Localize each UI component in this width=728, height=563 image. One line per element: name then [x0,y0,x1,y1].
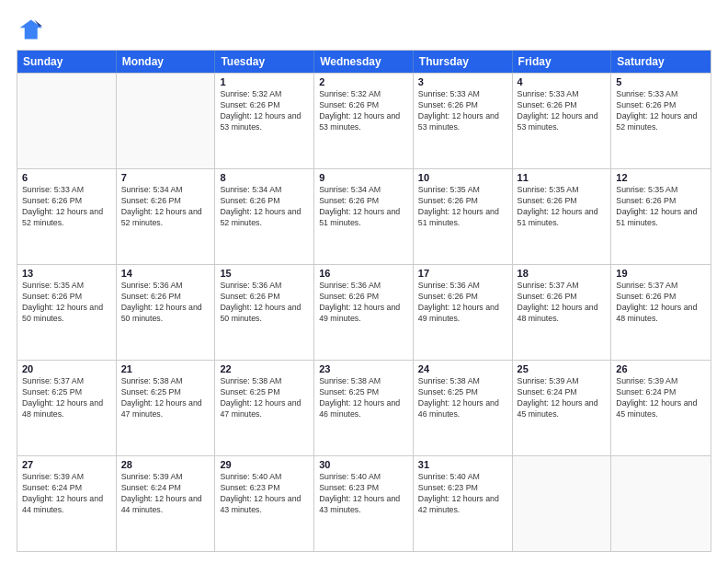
day-cell-4: 4 Sunrise: 5:33 AMSunset: 6:26 PMDayligh… [513,74,612,168]
day-number: 2 [319,76,408,87]
day-info: Sunrise: 5:35 AMSunset: 6:26 PMDaylight:… [616,185,706,229]
day-info: Sunrise: 5:33 AMSunset: 6:26 PMDaylight:… [518,89,607,133]
logo [17,17,46,42]
day-number: 3 [418,76,507,87]
empty-cell [513,456,612,551]
day-info: Sunrise: 5:40 AMSunset: 6:23 PMDaylight:… [418,472,507,516]
calendar: SundayMondayTuesdayWednesdayThursdayFrid… [17,50,711,552]
day-info: Sunrise: 5:32 AMSunset: 6:26 PMDaylight:… [220,89,309,133]
day-info: Sunrise: 5:36 AMSunset: 6:26 PMDaylight:… [319,281,408,325]
header-day-saturday: Saturday [611,51,711,73]
day-info: Sunrise: 5:35 AMSunset: 6:26 PMDaylight:… [518,185,607,229]
day-cell-18: 18 Sunrise: 5:37 AMSunset: 6:26 PMDaylig… [513,265,612,360]
empty-cell [117,74,216,168]
day-number: 24 [418,363,507,374]
day-cell-24: 24 Sunrise: 5:38 AMSunset: 6:25 PMDaylig… [414,361,513,455]
day-number: 22 [220,363,309,374]
day-info: Sunrise: 5:40 AMSunset: 6:23 PMDaylight:… [220,472,309,516]
day-info: Sunrise: 5:38 AMSunset: 6:25 PMDaylight:… [319,376,408,420]
day-cell-16: 16 Sunrise: 5:36 AMSunset: 6:26 PMDaylig… [314,265,414,360]
day-info: Sunrise: 5:35 AMSunset: 6:26 PMDaylight:… [418,185,507,229]
day-info: Sunrise: 5:37 AMSunset: 6:25 PMDaylight:… [22,376,111,420]
day-number: 19 [616,268,706,279]
day-number: 31 [418,459,507,470]
header-day-friday: Friday [513,51,612,73]
day-info: Sunrise: 5:33 AMSunset: 6:26 PMDaylight:… [22,185,111,229]
day-cell-14: 14 Sunrise: 5:36 AMSunset: 6:26 PMDaylig… [117,265,216,360]
day-number: 25 [518,363,607,374]
day-cell-13: 13 Sunrise: 5:35 AMSunset: 6:26 PMDaylig… [17,265,117,360]
day-info: Sunrise: 5:33 AMSunset: 6:26 PMDaylight:… [418,89,507,133]
calendar-header: SundayMondayTuesdayWednesdayThursdayFrid… [17,51,711,73]
day-info: Sunrise: 5:39 AMSunset: 6:24 PMDaylight:… [22,472,111,516]
day-cell-5: 5 Sunrise: 5:33 AMSunset: 6:26 PMDayligh… [611,74,711,168]
svg-marker-0 [20,20,43,40]
day-number: 20 [22,363,111,374]
day-cell-2: 2 Sunrise: 5:32 AMSunset: 6:26 PMDayligh… [314,74,414,168]
day-info: Sunrise: 5:39 AMSunset: 6:24 PMDaylight:… [616,376,706,420]
day-cell-19: 19 Sunrise: 5:37 AMSunset: 6:26 PMDaylig… [611,265,711,360]
day-number: 10 [418,172,507,183]
day-number: 6 [22,172,111,183]
day-cell-29: 29 Sunrise: 5:40 AMSunset: 6:23 PMDaylig… [215,456,314,551]
day-cell-23: 23 Sunrise: 5:38 AMSunset: 6:25 PMDaylig… [314,361,414,455]
calendar-row-2: 6 Sunrise: 5:33 AMSunset: 6:26 PMDayligh… [17,168,711,264]
page: SundayMondayTuesdayWednesdayThursdayFrid… [0,0,728,563]
day-info: Sunrise: 5:37 AMSunset: 6:26 PMDaylight:… [616,281,706,325]
day-info: Sunrise: 5:33 AMSunset: 6:26 PMDaylight:… [616,89,706,133]
day-info: Sunrise: 5:36 AMSunset: 6:26 PMDaylight:… [121,281,210,325]
day-info: Sunrise: 5:39 AMSunset: 6:24 PMDaylight:… [518,376,607,420]
day-number: 18 [518,268,607,279]
header-day-thursday: Thursday [414,51,513,73]
day-info: Sunrise: 5:34 AMSunset: 6:26 PMDaylight:… [319,185,408,229]
day-cell-21: 21 Sunrise: 5:38 AMSunset: 6:25 PMDaylig… [117,361,216,455]
day-cell-31: 31 Sunrise: 5:40 AMSunset: 6:23 PMDaylig… [414,456,513,551]
header-day-monday: Monday [117,51,216,73]
header-day-tuesday: Tuesday [215,51,314,73]
day-cell-27: 27 Sunrise: 5:39 AMSunset: 6:24 PMDaylig… [17,456,117,551]
day-info: Sunrise: 5:39 AMSunset: 6:24 PMDaylight:… [121,472,210,516]
day-cell-25: 25 Sunrise: 5:39 AMSunset: 6:24 PMDaylig… [513,361,612,455]
day-number: 5 [616,76,706,87]
logo-icon [17,17,42,42]
day-cell-12: 12 Sunrise: 5:35 AMSunset: 6:26 PMDaylig… [611,169,711,264]
day-number: 26 [616,363,706,374]
calendar-row-5: 27 Sunrise: 5:39 AMSunset: 6:24 PMDaylig… [17,455,711,551]
day-cell-9: 9 Sunrise: 5:34 AMSunset: 6:26 PMDayligh… [314,169,414,264]
day-info: Sunrise: 5:36 AMSunset: 6:26 PMDaylight:… [418,281,507,325]
day-cell-10: 10 Sunrise: 5:35 AMSunset: 6:26 PMDaylig… [414,169,513,264]
day-number: 15 [220,268,309,279]
day-info: Sunrise: 5:38 AMSunset: 6:25 PMDaylight:… [418,376,507,420]
day-cell-3: 3 Sunrise: 5:33 AMSunset: 6:26 PMDayligh… [414,74,513,168]
day-number: 23 [319,363,408,374]
day-number: 14 [121,268,210,279]
day-cell-20: 20 Sunrise: 5:37 AMSunset: 6:25 PMDaylig… [17,361,117,455]
day-cell-22: 22 Sunrise: 5:38 AMSunset: 6:25 PMDaylig… [215,361,314,455]
day-info: Sunrise: 5:34 AMSunset: 6:26 PMDaylight:… [220,185,309,229]
empty-cell [17,74,117,168]
day-cell-7: 7 Sunrise: 5:34 AMSunset: 6:26 PMDayligh… [117,169,216,264]
day-info: Sunrise: 5:37 AMSunset: 6:26 PMDaylight:… [518,281,607,325]
day-info: Sunrise: 5:32 AMSunset: 6:26 PMDaylight:… [319,89,408,133]
day-cell-17: 17 Sunrise: 5:36 AMSunset: 6:26 PMDaylig… [414,265,513,360]
day-number: 7 [121,172,210,183]
day-info: Sunrise: 5:35 AMSunset: 6:26 PMDaylight:… [22,281,111,325]
day-number: 11 [518,172,607,183]
day-info: Sunrise: 5:40 AMSunset: 6:23 PMDaylight:… [319,472,408,516]
day-number: 9 [319,172,408,183]
day-cell-15: 15 Sunrise: 5:36 AMSunset: 6:26 PMDaylig… [215,265,314,360]
day-number: 4 [518,76,607,87]
day-info: Sunrise: 5:34 AMSunset: 6:26 PMDaylight:… [121,185,210,229]
day-info: Sunrise: 5:38 AMSunset: 6:25 PMDaylight:… [220,376,309,420]
day-cell-26: 26 Sunrise: 5:39 AMSunset: 6:24 PMDaylig… [611,361,711,455]
day-cell-8: 8 Sunrise: 5:34 AMSunset: 6:26 PMDayligh… [215,169,314,264]
calendar-body: 1 Sunrise: 5:32 AMSunset: 6:26 PMDayligh… [17,73,711,551]
day-cell-11: 11 Sunrise: 5:35 AMSunset: 6:26 PMDaylig… [513,169,612,264]
day-cell-1: 1 Sunrise: 5:32 AMSunset: 6:26 PMDayligh… [215,74,314,168]
day-number: 30 [319,459,408,470]
day-number: 17 [418,268,507,279]
day-number: 1 [220,76,309,87]
day-number: 16 [319,268,408,279]
empty-cell [611,456,711,551]
header-day-sunday: Sunday [17,51,117,73]
